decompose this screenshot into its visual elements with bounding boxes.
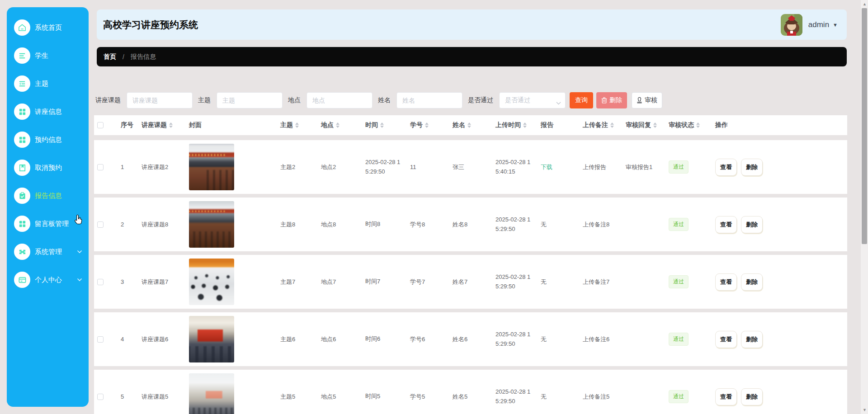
sidebar-item-2[interactable]: 学生 [7,42,89,70]
cell-time: 时间5 [365,392,403,401]
column-header[interactable]: 上传时间 [495,121,541,129]
cell-time: 时间8 [365,220,403,229]
cell-topic: 讲座课题7 [142,278,189,286]
cell-topic: 讲座课题5 [142,393,189,401]
view-button[interactable]: 查看 [715,216,737,233]
cell-student-no: 学号5 [410,393,453,401]
stamp-icon [637,97,642,104]
row-checkbox[interactable] [97,394,104,400]
sidebar-item-3[interactable]: 主题 [7,70,89,98]
cover-image [189,316,234,362]
cell-student-no: 学号6 [410,335,453,343]
sidebar: 系统首页学生主题讲座信息预约信息取消预约报告信息留言板管理系统管理个人中心 [7,7,89,407]
delete-row-button[interactable]: 删除 [741,331,763,348]
delete-button[interactable]: 删除 [596,92,627,108]
column-header[interactable]: 时间 [365,121,410,129]
cell-index: 4 [121,336,142,343]
cell-remark: 上传备注7 [583,278,626,286]
view-button[interactable]: 查看 [715,159,737,176]
scroll-up-arrow[interactable]: ▲ [863,2,867,6]
column-header[interactable]: 讲座课题 [142,121,189,129]
column-header[interactable]: 上传备注 [583,121,626,129]
select-all-checkbox[interactable] [97,122,104,128]
sort-icon[interactable] [295,122,299,128]
view-button[interactable]: 查看 [715,331,737,348]
column-header: 操作 [715,121,847,129]
cell-report: 无 [541,278,583,286]
delete-row-button[interactable]: 删除 [741,273,763,291]
cover-image [189,144,234,190]
row-checkbox[interactable] [97,336,104,343]
sort-icon[interactable] [610,122,614,128]
sort-icon[interactable] [169,122,173,128]
user-menu[interactable]: admin ▼ [781,14,838,36]
column-header[interactable]: 审核回复 [626,121,669,129]
sort-icon[interactable] [523,122,527,128]
status-badge: 通过 [669,333,689,346]
column-header[interactable]: 审核状态 [669,121,715,129]
scroll-down-arrow[interactable]: ▼ [863,408,867,412]
review-button[interactable]: 审核 [632,92,662,108]
place-input[interactable] [307,92,373,108]
sidebar-item-label: 主题 [35,80,48,88]
table-header-row: 序号讲座课题封面主题地点时间学号姓名上传时间报告上传备注审核回复审核状态操作 [94,115,847,135]
column-header[interactable]: 姓名 [453,121,495,129]
pass-select[interactable]: 是否通过 [499,92,566,108]
cell-report: 下载 [541,163,583,171]
breadcrumb-separator: / [123,53,124,61]
sort-icon[interactable] [380,122,384,128]
sort-icon[interactable] [653,122,657,128]
mouse-cursor [74,214,84,228]
table-row: 3讲座课题7主题7地点7时间7学号7姓名72025-02-28 15:29:50… [94,255,847,309]
cell-remark: 上传备注6 [583,335,626,343]
view-button[interactable]: 查看 [715,273,737,291]
menu-fold-icon [14,75,30,92]
row-checkbox[interactable] [97,279,104,285]
scrollbar[interactable]: ▲ ▼ [861,0,868,414]
cell-upload-time: 2025-02-28 15:29:50 [495,215,533,233]
cell-remark: 上传备注8 [583,221,626,229]
sidebar-item-10[interactable]: 个人中心 [7,266,89,294]
delete-row-button[interactable]: 删除 [741,159,763,176]
scrollbar-thumb[interactable] [862,8,867,244]
sidebar-item-4[interactable]: 讲座信息 [7,98,89,126]
chevron-down-icon [77,278,82,282]
cell-report: 无 [541,221,583,229]
row-checkbox[interactable] [97,164,104,170]
breadcrumb-home[interactable]: 首页 [104,53,116,61]
pass-select-value: 是否通过 [505,96,530,104]
topic-input[interactable] [127,92,193,108]
cell-index: 3 [121,278,142,285]
header: 高校学习讲座预约系统 admin ▼ [97,9,847,40]
sidebar-item-1[interactable]: 系统首页 [7,14,89,42]
sort-icon[interactable] [336,122,340,128]
subject-input[interactable] [217,92,283,108]
sidebar-item-label: 系统管理 [35,248,62,256]
grid-icon [14,216,30,232]
column-header[interactable]: 主题 [280,121,321,129]
cell-reply: 审核报告1 [626,163,669,171]
sidebar-item-label: 学生 [35,52,48,60]
sidebar-item-7[interactable]: 报告信息 [7,182,89,210]
cell-subject: 主题8 [280,221,321,229]
sort-icon[interactable] [696,122,700,128]
sidebar-item-5[interactable]: 预约信息 [7,126,89,154]
sidebar-item-6[interactable]: 取消预约 [7,154,89,182]
row-checkbox[interactable] [97,221,104,228]
sort-icon[interactable] [425,122,429,128]
name-input[interactable] [396,92,462,108]
delete-button-label: 删除 [609,96,622,104]
column-header[interactable]: 学号 [410,121,453,129]
search-button[interactable]: 查询 [570,92,593,108]
cell-subject: 主题6 [280,335,321,343]
cell-name: 姓名8 [453,221,495,229]
sort-icon[interactable] [467,122,471,128]
sidebar-item-9[interactable]: 系统管理 [7,238,89,266]
cell-place: 地点8 [321,221,365,229]
delete-row-button[interactable]: 删除 [741,216,763,233]
delete-row-button[interactable]: 删除 [741,388,763,405]
status-badge: 通过 [669,218,689,231]
column-header[interactable]: 地点 [321,121,365,129]
view-button[interactable]: 查看 [715,388,737,405]
cell-remark: 上传备注5 [583,393,626,401]
